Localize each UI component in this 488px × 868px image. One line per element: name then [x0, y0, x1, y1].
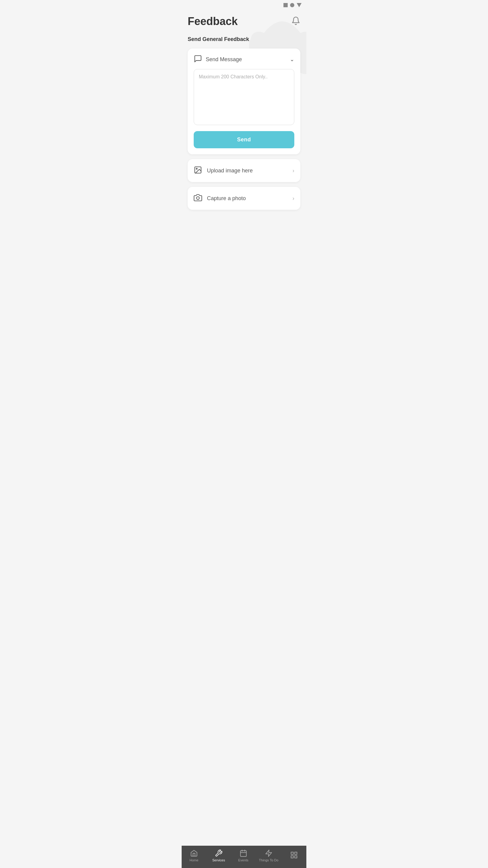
nav-services-label: Services: [213, 858, 225, 862]
image-icon: [194, 166, 202, 176]
chevron-right-icon: ›: [293, 167, 294, 174]
nav-home[interactable]: Home: [185, 849, 203, 862]
svg-marker-7: [266, 850, 272, 857]
capture-photo-card[interactable]: Capture a photo ›: [188, 187, 300, 210]
nav-services[interactable]: Services: [210, 849, 228, 862]
nav-more[interactable]: [285, 851, 303, 860]
status-bar: [182, 0, 306, 10]
bell-button[interactable]: [291, 16, 300, 27]
svg-rect-11: [291, 856, 293, 858]
signal-icon: [290, 3, 294, 7]
wifi-icon: [297, 3, 301, 7]
textarea-wrapper: [194, 69, 294, 125]
capture-action-left: Capture a photo: [194, 193, 246, 203]
nav-things-label: Things To Do: [259, 858, 279, 862]
send-message-left: Send Message: [194, 55, 242, 64]
send-message-label: Send Message: [206, 56, 242, 63]
nav-home-label: Home: [190, 858, 198, 862]
header: Feedback: [182, 10, 306, 30]
nav-things-to-do[interactable]: Things To Do: [259, 849, 279, 862]
main-content: Send General Feedback Send Message ⌄ Sen…: [182, 30, 306, 251]
send-button[interactable]: Send: [194, 131, 294, 148]
send-message-card: Send Message ⌄ Send: [188, 49, 300, 154]
capture-label: Capture a photo: [207, 195, 246, 202]
svg-rect-8: [291, 852, 293, 855]
page-title: Feedback: [188, 15, 238, 28]
bottom-nav: Home Services Events Things To Do: [182, 846, 306, 868]
feedback-textarea[interactable]: [194, 69, 294, 124]
upload-label: Upload image here: [207, 167, 253, 174]
svg-rect-9: [295, 852, 297, 855]
nav-events[interactable]: Events: [234, 849, 253, 862]
svg-point-1: [196, 168, 197, 169]
svg-rect-10: [295, 856, 297, 858]
chevron-down-icon[interactable]: ⌄: [290, 56, 294, 63]
message-icon: [194, 55, 202, 64]
upload-image-card[interactable]: Upload image here ›: [188, 159, 300, 182]
svg-rect-3: [240, 850, 247, 857]
nav-events-label: Events: [238, 858, 249, 862]
section-title: Send General Feedback: [188, 36, 300, 42]
battery-icon: [284, 3, 288, 7]
svg-point-2: [196, 197, 199, 199]
upload-action-left: Upload image here: [194, 166, 253, 176]
chevron-right-icon-2: ›: [293, 195, 294, 202]
send-message-header: Send Message ⌄: [194, 55, 294, 64]
camera-icon: [194, 193, 202, 203]
